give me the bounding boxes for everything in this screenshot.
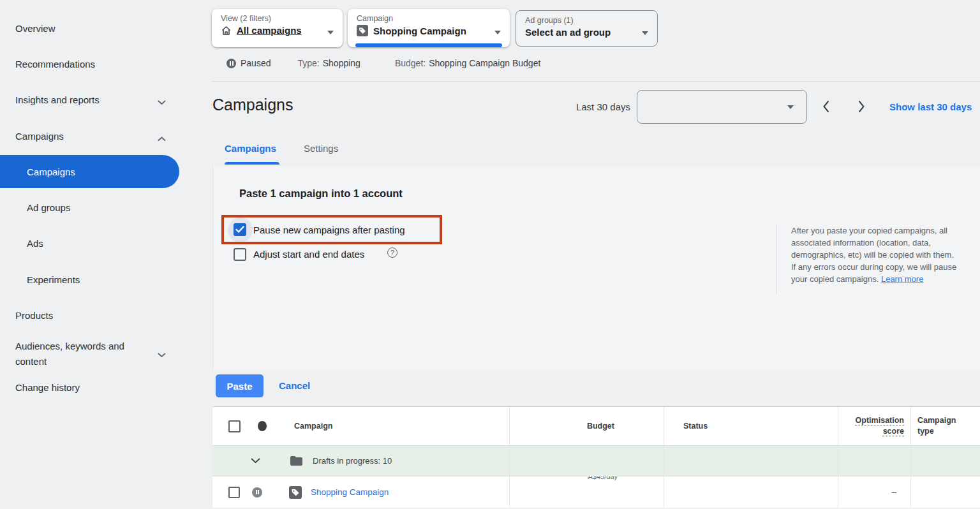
show-last-30-days-link[interactable]: Show last 30 days — [889, 101, 972, 112]
paused-status-icon — [226, 59, 236, 68]
paste-panel-heading: Paste 1 campaign into 1 account — [239, 188, 403, 200]
sidebar-item-label: Experiments — [27, 274, 80, 285]
campaign-status-bar: Paused Type: Shopping Budget: Shopping C… — [226, 58, 540, 68]
column-header-campaign-type[interactable]: Campaign type — [917, 415, 962, 437]
campaign-name-link[interactable]: Shopping Campaign — [311, 487, 389, 497]
chevron-down-icon — [158, 96, 166, 107]
campaign-selector-label: Campaign — [357, 14, 501, 23]
active-tab-indicator — [225, 162, 279, 165]
paste-help-text: After you paste your copied campaigns, a… — [791, 225, 958, 285]
sidebar-item-experiments[interactable]: Experiments — [27, 274, 80, 285]
adjust-dates-label: Adjust start and end dates — [253, 249, 364, 260]
campaign-selector-value: Shopping Campaign — [373, 26, 466, 36]
sidebar-item-change-history[interactable]: Change history — [15, 382, 80, 393]
table-row: Shopping Campaign A$45/day – — [212, 476, 980, 508]
sidebar-item-products[interactable]: Products — [15, 310, 53, 321]
column-header-campaign[interactable]: Campaign — [294, 422, 332, 431]
tab-settings[interactable]: Settings — [304, 143, 338, 154]
sidebar-item-label: Campaigns — [27, 166, 75, 177]
select-all-checkbox[interactable] — [228, 420, 241, 432]
sidebar-item-recommendations[interactable]: Recommendations — [15, 59, 95, 70]
dropdown-caret-icon — [642, 31, 648, 35]
shopping-tag-icon — [357, 25, 368, 36]
campaign-selector-dropdown[interactable]: Campaign Shopping Campaign — [348, 9, 510, 47]
budget-label: Budget: — [395, 58, 426, 68]
next-period-button[interactable] — [857, 100, 870, 114]
sidebar-item-label: Campaigns — [15, 131, 64, 142]
date-range-dropdown[interactable] — [637, 90, 807, 124]
optimisation-score-value: – — [891, 487, 896, 497]
sidebar-item-ads[interactable]: Ads — [27, 238, 43, 249]
shopping-tag-icon — [289, 486, 302, 499]
help-panel-divider — [776, 225, 776, 295]
sidebar-item-label: Ad groups — [27, 202, 70, 213]
sidebar-item-campaigns-selected[interactable]: Campaigns — [0, 155, 179, 188]
pause-new-campaigns-label: Pause new campaigns after pasting — [253, 225, 405, 235]
header-divider — [212, 81, 980, 82]
dropdown-caret-icon — [327, 31, 334, 34]
learn-more-link[interactable]: Learn more — [881, 274, 923, 284]
collapse-group-chevron-icon[interactable] — [251, 458, 260, 464]
active-scope-indicator — [355, 43, 502, 47]
column-header-status[interactable]: Status — [683, 422, 708, 431]
campaigns-table: Campaign Budget Status Optimisation scor… — [212, 406, 980, 508]
help-text-body: After you paste your copied campaigns, a… — [791, 226, 956, 284]
budget-value-clipped: A$45/day — [588, 476, 618, 480]
column-header-optimisation-score[interactable]: Optimisation score — [845, 415, 904, 437]
chevron-up-icon — [158, 133, 166, 144]
sidebar-item-overview[interactable]: Overview — [15, 23, 56, 34]
adjust-dates-checkbox[interactable] — [234, 248, 246, 261]
budget-value: Shopping Campaign Budget — [429, 58, 540, 68]
sidebar-item-label: Recommendations — [15, 59, 95, 70]
page-title: Campaigns — [212, 96, 293, 114]
paste-button[interactable]: Paste — [216, 374, 264, 397]
status-dot-icon — [258, 421, 267, 431]
pause-new-campaigns-checkbox[interactable] — [234, 223, 246, 236]
sidebar-item-label: Ads — [27, 238, 43, 249]
status-text: Paused — [241, 58, 271, 68]
table-header-row: Campaign Budget Status Optimisation scor… — [212, 407, 980, 446]
sidebar: Overview Recommendations Insights and re… — [0, 0, 198, 509]
sidebar-item-label: Products — [15, 310, 53, 321]
home-icon — [221, 26, 232, 36]
view-selector-label: View (2 filters) — [221, 14, 334, 23]
sidebar-item-insights-and-reports[interactable]: Insights and reports — [15, 94, 172, 105]
sidebar-item-label: Change history — [15, 382, 80, 393]
column-header-budget[interactable]: Budget — [587, 422, 614, 431]
sidebar-item-label: Insights and reports — [15, 94, 100, 105]
date-range-label: Last 30 days — [549, 101, 630, 112]
folder-icon — [290, 456, 302, 466]
type-label: Type: — [297, 58, 319, 68]
dropdown-caret-icon — [494, 31, 501, 34]
adgroup-selector-label: Ad groups (1) — [525, 16, 648, 25]
previous-period-button[interactable] — [822, 100, 835, 114]
adgroup-selector-dropdown[interactable]: Ad groups (1) Select an ad group — [516, 10, 658, 47]
sidebar-item-label: Overview — [15, 23, 56, 34]
adgroup-selector-value: Select an ad group — [525, 27, 611, 38]
sidebar-item-label: Audiences, keywords and content — [15, 339, 146, 369]
row-checkbox[interactable] — [228, 487, 240, 498]
sidebar-item-audiences[interactable]: Audiences, keywords and content — [15, 339, 188, 369]
paused-status-icon — [252, 487, 262, 498]
sidebar-item-ad-groups[interactable]: Ad groups — [27, 202, 70, 213]
cancel-button[interactable]: Cancel — [279, 380, 310, 391]
dropdown-caret-icon — [787, 105, 794, 109]
chevron-down-icon — [158, 349, 166, 360]
tab-campaigns[interactable]: Campaigns — [225, 143, 276, 154]
drafts-group-label[interactable]: Drafts in progress: 10 — [313, 456, 392, 466]
sidebar-item-campaigns-group[interactable]: Campaigns — [15, 131, 172, 142]
drafts-group-row: Drafts in progress: 10 — [212, 446, 980, 476]
type-value: Shopping — [323, 58, 360, 68]
help-icon[interactable]: ? — [387, 247, 397, 258]
view-selector-value: All campaigns — [237, 25, 302, 36]
view-selector-dropdown[interactable]: View (2 filters) All campaigns — [212, 9, 343, 47]
